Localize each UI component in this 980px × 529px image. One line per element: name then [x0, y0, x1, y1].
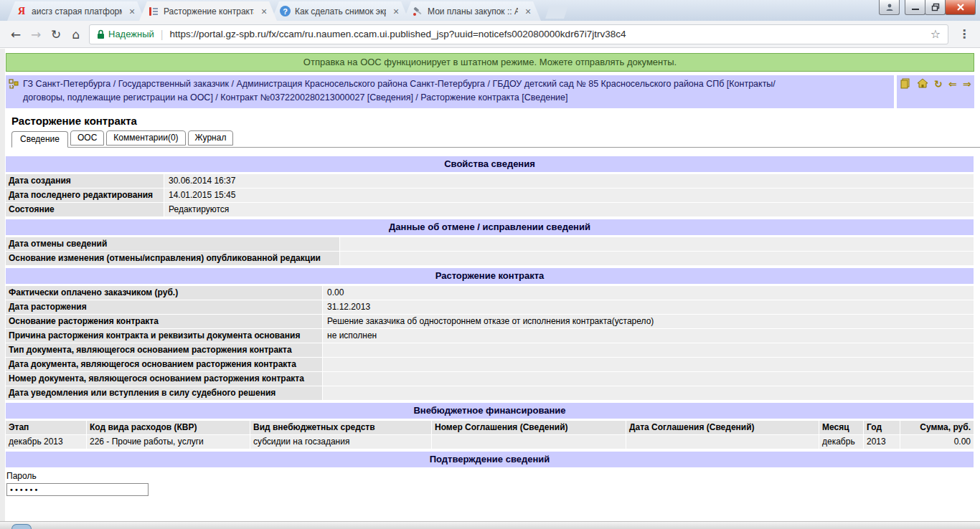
tab-close-icon[interactable]: × [258, 6, 270, 16]
refresh-icon[interactable]: ↻ [934, 78, 943, 90]
reload-icon[interactable]: ↻ [46, 27, 66, 42]
window-controls [880, 0, 976, 15]
security-indicator[interactable]: Надежный [97, 29, 154, 39]
column-header: Год [864, 421, 900, 434]
table-cell [432, 435, 626, 449]
url-text: https://portal.gz-spb.ru/fx/ccam/ru.naum… [169, 29, 925, 39]
home-gold-icon[interactable] [917, 78, 928, 92]
section-header-cancellation: Данные об отмене / исправлении сведений [6, 219, 974, 235]
page-tabs: Сведение ООС Комментарии(0) Журнал [11, 130, 980, 148]
home-icon[interactable]: ⌂ [66, 27, 86, 42]
forward-icon[interactable]: → [26, 27, 46, 42]
row-value: 30.06.2014 16:37 [164, 174, 974, 188]
breadcrumb: ГЗ Санкт-Петербурга / Государственный за… [6, 75, 894, 108]
row-label: Основание расторжения контракта [6, 315, 322, 328]
browser-tab-title: Как сделать снимок экра [295, 6, 386, 16]
password-field[interactable] [6, 483, 149, 496]
yandex-icon: Я [16, 6, 27, 17]
tab-close-icon[interactable]: × [126, 6, 138, 16]
gavel-icon [412, 6, 423, 17]
table-cell: декабрь [819, 435, 863, 449]
column-header: Код вида расходов (КВР) [87, 421, 250, 434]
row-value: 0.00 [323, 286, 974, 300]
row-label: Номер документа, являющегося основанием … [6, 372, 322, 386]
help-icon: ? [280, 6, 291, 16]
breadcrumb-actions: ↻ ⇐ ⇒ [897, 75, 974, 108]
table-row: Дата расторжения 31.12.2013 [6, 300, 974, 314]
breadcrumb-bar: ГЗ Санкт-Петербурга / Государственный за… [6, 75, 974, 108]
page-content: Отправка на ООС функционирует в штатном … [0, 49, 980, 521]
address-bar[interactable]: Надежный | https://portal.gz-spb.ru/fx/c… [89, 24, 948, 44]
row-value [323, 358, 974, 371]
column-header: Сумма, руб. [900, 421, 974, 434]
breadcrumb-links[interactable]: ГЗ Санкт-Петербурга / Государственный за… [23, 77, 890, 105]
row-label: Фактически оплачено заказчиком (руб.) [6, 286, 322, 300]
financing-header-row: Этап Код вида расходов (КВР) Вид внебюдж… [6, 421, 974, 434]
table-row: Номер документа, являющегося основанием … [6, 372, 974, 386]
browser-tab-title: аисгз старая платформа [32, 6, 122, 16]
taskbar-peek [11, 524, 32, 529]
table-cell: 226 - Прочие работы, услуги [87, 435, 250, 449]
column-header: Дата Соглашения (Сведений) [626, 421, 819, 434]
security-label: Надежный [108, 29, 154, 39]
table-cell [626, 435, 819, 449]
window-frame-bottom [0, 521, 980, 529]
profile-button[interactable] [879, 0, 900, 15]
table-row: Тип документа, являющегося основанием ра… [6, 343, 974, 357]
status-banner: Отправка на ООС функционирует в штатном … [6, 53, 974, 72]
row-label: Дата отмены сведений [6, 237, 339, 251]
tab-svedenie[interactable]: Сведение [11, 131, 68, 148]
copy-document-icon[interactable] [900, 78, 910, 92]
table-cell: субсидии на госзадания [250, 435, 431, 449]
column-header: Номер Соглашения (Сведений) [432, 421, 626, 434]
portal-icon [148, 6, 159, 17]
browser-tab-strip: Я аисгз старая платформа × Расторжение к… [0, 0, 980, 21]
new-tab-button[interactable] [545, 6, 568, 19]
table-row: Дата последнего редактирования 14.01.201… [6, 189, 974, 202]
tab-close-icon[interactable]: × [522, 6, 534, 16]
table-row: Основание расторжения контракта Решение … [6, 315, 974, 328]
sitemap-icon [9, 77, 19, 105]
browser-tab-rastorzhenie[interactable]: Расторжение контракта × [139, 1, 277, 21]
bookmark-star-icon[interactable]: ☆ [926, 27, 945, 41]
omnibox-separator: | [161, 29, 164, 40]
table-row: Причина расторжения контракта и реквизит… [6, 329, 974, 343]
close-button[interactable] [945, 0, 976, 15]
page-title: Расторжение контракта [11, 115, 980, 127]
forward-arrow-icon[interactable]: ⇒ [963, 78, 971, 90]
browser-tab-plany[interactable]: Мои планы закупок :: АИ × [403, 1, 541, 21]
table-row: Дата уведомления или вступления в силу с… [6, 386, 974, 400]
detail-tables: Свойства сведения Дата создания 30.06.20… [6, 156, 974, 497]
row-label: Дата расторжения [6, 300, 322, 314]
row-label: Основание изменения (отмены/исправления)… [6, 252, 339, 265]
browser-tab-snimok[interactable]: ? Как сделать снимок экра × [271, 1, 409, 21]
section-header-confirmation: Подтверждение сведений [6, 452, 974, 467]
minimize-button[interactable] [905, 0, 925, 15]
row-label: Тип документа, являющегося основанием ра… [6, 343, 322, 357]
column-header: Этап [6, 421, 86, 434]
restore-button[interactable] [925, 0, 946, 15]
table-row: Состояние Редактируются [6, 203, 974, 216]
row-value: Решение заказчика об одностороннем отказ… [323, 315, 974, 328]
row-value [340, 237, 974, 251]
table-cell: декабрь 2013 [6, 435, 86, 449]
row-label: Дата создания [6, 174, 164, 188]
row-value [323, 386, 974, 400]
password-label: Пароль [6, 471, 974, 481]
browser-menu-icon[interactable]: ⋮ [954, 27, 974, 41]
row-value: 14.01.2015 15:45 [164, 189, 974, 202]
table-row: Фактически оплачено заказчиком (руб.) 0.… [6, 286, 974, 300]
table-row: Дата документа, являющегося основанием р… [6, 358, 974, 371]
table-row: Основание изменения (отмены/исправления)… [6, 252, 974, 265]
tab-close-icon[interactable]: × [390, 6, 402, 16]
tab-zhurnal[interactable]: Журнал [188, 130, 234, 146]
back-icon[interactable]: ← [6, 27, 26, 42]
tab-kommentarii[interactable]: Комментарии(0) [106, 130, 185, 146]
tab-oos[interactable]: ООС [70, 130, 104, 146]
section-header-properties: Свойства сведения [6, 156, 974, 172]
row-label: Дата уведомления или вступления в силу с… [6, 386, 322, 400]
browser-tab-aisgz[interactable]: Я аисгз старая платформа × [7, 1, 145, 21]
row-label: Дата документа, являющегося основанием р… [6, 358, 322, 371]
table-cell: 2013 [864, 435, 900, 449]
back-arrow-icon[interactable]: ⇐ [948, 78, 957, 90]
